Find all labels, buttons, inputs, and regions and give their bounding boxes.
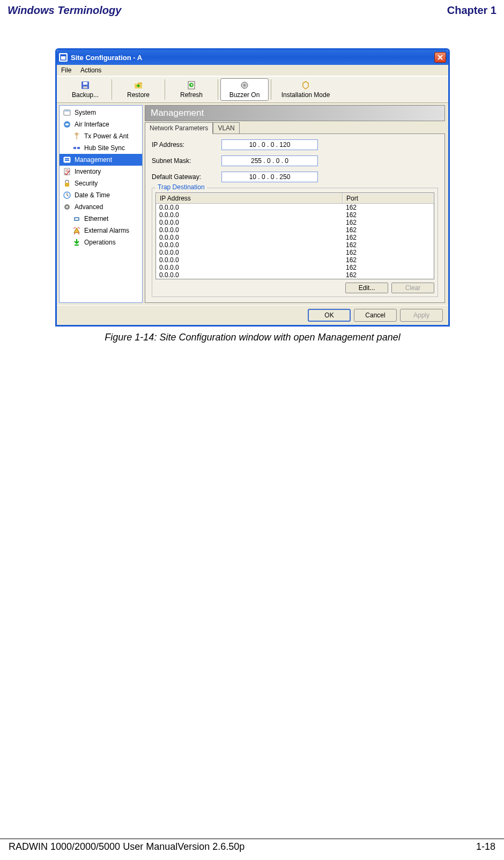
svg-rect-11: [73, 147, 76, 149]
trap-row[interactable]: 0.0.0.0162: [156, 241, 434, 249]
sidebar: System Air Interface Tx Power & Ant Hub …: [59, 105, 143, 303]
col-ip[interactable]: IP Address: [156, 193, 343, 203]
trap-cell-port: 162: [343, 271, 434, 279]
trap-row[interactable]: 0.0.0.0162: [156, 264, 434, 271]
toolbar-sep: [112, 79, 112, 100]
trap-cell-ip: 0.0.0.0: [156, 264, 343, 271]
sidebar-label: Air Interface: [75, 121, 109, 128]
trap-buttons: Edit... Clear: [155, 283, 434, 293]
ethernet-icon: [72, 214, 81, 223]
svg-rect-14: [65, 158, 69, 159]
edit-button[interactable]: Edit...: [345, 283, 388, 293]
sidebar-item-hubsite[interactable]: Hub Site Sync: [60, 142, 142, 154]
toolbar-install[interactable]: Installation Mode: [273, 78, 338, 101]
trap-cell-ip: 0.0.0.0: [156, 204, 343, 211]
toolbar-buzzer[interactable]: Buzzer On: [220, 78, 269, 101]
titlebar[interactable]: Site Configuration - A: [57, 50, 448, 65]
toolbar-refresh-label: Refresh: [180, 91, 203, 99]
gear-icon: [63, 203, 71, 211]
trap-row[interactable]: 0.0.0.0162: [156, 219, 434, 226]
close-button[interactable]: [434, 52, 446, 63]
sidebar-label: Security: [75, 180, 98, 187]
trap-row[interactable]: 0.0.0.0162: [156, 271, 434, 279]
sidebar-label: External Alarms: [84, 227, 129, 234]
sidebar-label: Hub Site Sync: [84, 144, 125, 152]
trap-cell-port: 162: [343, 211, 434, 219]
sidebar-item-datetime[interactable]: Date & Time: [60, 189, 142, 201]
ip-input[interactable]: 10 . 0 . 0 . 120: [221, 139, 318, 150]
trap-table[interactable]: IP Address Port 0.0.0.01620.0.0.01620.0.…: [155, 192, 434, 279]
air-icon: [63, 120, 71, 129]
sidebar-item-ethernet[interactable]: Ethernet: [60, 213, 142, 225]
sidebar-item-advanced[interactable]: Advanced: [60, 201, 142, 213]
toolbar-restore[interactable]: Restore: [114, 78, 162, 101]
tab-body: IP Address: 10 . 0 . 0 . 120 Subnet Mask…: [145, 134, 445, 303]
site-config-window: Site Configuration - A File Actions Back…: [55, 48, 450, 327]
trap-row[interactable]: 0.0.0.0162: [156, 226, 434, 234]
inventory-icon: [63, 167, 71, 176]
sidebar-label: Date & Time: [75, 191, 110, 199]
hub-icon: [72, 144, 81, 152]
menu-file[interactable]: File: [61, 66, 71, 74]
ip-label: IP Address:: [152, 141, 221, 149]
trap-cell-ip: 0.0.0.0: [156, 249, 343, 256]
ip-value: 10 . 0 . 0 . 120: [249, 141, 291, 149]
sidebar-item-txpower[interactable]: Tx Power & Ant: [60, 130, 142, 142]
trap-cell-port: 162: [343, 256, 434, 264]
svg-rect-23: [75, 244, 79, 246]
toolbar-refresh[interactable]: Refresh: [167, 78, 216, 101]
sidebar-label: Inventory: [75, 168, 101, 175]
dialog-buttons: OK Cancel Apply: [57, 305, 448, 325]
figure-caption: Figure 1-14: Site Configuration window w…: [55, 332, 450, 343]
sidebar-label: Tx Power & Ant: [84, 132, 129, 140]
trap-cell-port: 162: [343, 234, 434, 241]
svg-rect-15: [65, 160, 69, 161]
system-icon: [63, 108, 71, 117]
sidebar-item-management[interactable]: Management: [60, 154, 142, 166]
trap-cell-ip: 0.0.0.0: [156, 234, 343, 241]
trap-cell-ip: 0.0.0.0: [156, 241, 343, 249]
gw-input[interactable]: 10 . 0 . 0 . 250: [221, 172, 318, 182]
sidebar-item-security[interactable]: Security: [60, 177, 142, 189]
sidebar-item-system[interactable]: System: [60, 107, 142, 118]
toolbar-restore-label: Restore: [127, 91, 150, 99]
col-port[interactable]: Port: [343, 193, 434, 203]
subnet-input[interactable]: 255 . 0 . 0 . 0: [221, 155, 318, 166]
tab-vlan[interactable]: VLAN: [213, 122, 239, 134]
svg-rect-17: [65, 183, 69, 187]
apply-button: Apply: [400, 309, 443, 322]
trap-row[interactable]: 0.0.0.0162: [156, 204, 434, 211]
buzzer-icon: [240, 80, 249, 90]
body-row: System Air Interface Tx Power & Ant Hub …: [57, 103, 448, 305]
sidebar-item-operations[interactable]: Operations: [60, 236, 142, 248]
sidebar-label: Operations: [84, 239, 116, 246]
trap-cell-ip: 0.0.0.0: [156, 271, 343, 279]
lock-icon: [63, 179, 71, 188]
sidebar-label: Advanced: [75, 203, 103, 211]
trap-row[interactable]: 0.0.0.0162: [156, 256, 434, 264]
header-right: Chapter 1: [447, 4, 496, 17]
menu-actions[interactable]: Actions: [80, 66, 101, 74]
ok-button[interactable]: OK: [308, 309, 351, 322]
trap-row[interactable]: 0.0.0.0162: [156, 234, 434, 241]
trap-row[interactable]: 0.0.0.0162: [156, 211, 434, 219]
page-header: Windows Terminology Chapter 1: [0, 0, 504, 19]
header-left: Windows Terminology: [8, 4, 121, 17]
toolbar-backup-label: Backup...: [72, 91, 99, 99]
trap-cell-port: 162: [343, 249, 434, 256]
sidebar-item-air[interactable]: Air Interface: [60, 118, 142, 130]
cancel-button[interactable]: Cancel: [354, 309, 397, 322]
tab-network-params[interactable]: Network Parameters: [145, 122, 213, 134]
trap-table-header: IP Address Port: [156, 193, 434, 204]
sidebar-item-extalarms[interactable]: External Alarms: [60, 225, 142, 236]
folder-up-icon: [134, 80, 143, 90]
subnet-value: 255 . 0 . 0 . 0: [251, 157, 288, 165]
content-panel: Management Network Parameters VLAN IP Ad…: [145, 103, 448, 305]
svg-point-20: [66, 206, 68, 208]
subnet-label: Subnet Mask:: [152, 157, 221, 165]
toolbar-backup[interactable]: Backup...: [61, 78, 109, 101]
trap-row[interactable]: 0.0.0.0162: [156, 249, 434, 256]
toolbar: Backup... Restore Refresh Buzzer On Inst…: [57, 76, 448, 103]
operations-icon: [72, 238, 81, 247]
sidebar-item-inventory[interactable]: Inventory: [60, 166, 142, 177]
